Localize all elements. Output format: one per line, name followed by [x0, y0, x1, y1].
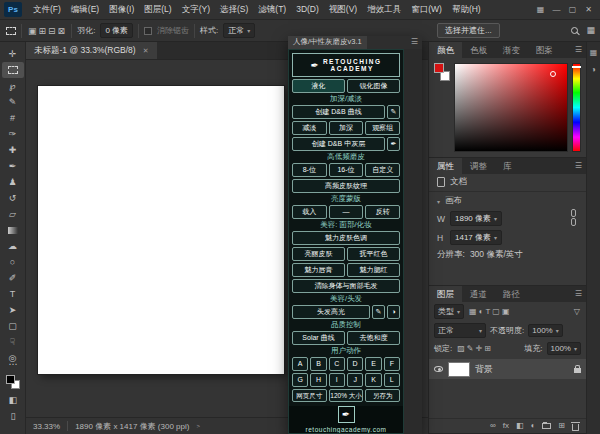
- tab-patterns[interactable]: 图案: [528, 42, 561, 58]
- fill-field[interactable]: 100%▾: [547, 342, 581, 355]
- healing-brush-tool[interactable]: ✚: [2, 142, 24, 158]
- panel-menu-icon[interactable]: ☰: [575, 289, 582, 298]
- menu-item[interactable]: 选择(S): [215, 2, 253, 18]
- visibility-eye-icon[interactable]: [434, 366, 443, 372]
- db-curves-brush-button[interactable]: ✎: [387, 105, 400, 119]
- sharpen-image-button[interactable]: 锐化图像: [347, 79, 400, 93]
- foreground-background-swatches[interactable]: [6, 375, 20, 389]
- lock-position-icon[interactable]: ✛: [475, 344, 484, 353]
- observe-group-button[interactable]: 观察组: [365, 121, 400, 135]
- panel-menu-icon[interactable]: ☰: [575, 45, 582, 54]
- filter-funnel-icon[interactable]: ▽: [573, 307, 581, 316]
- hand-tool[interactable]: ☟: [2, 334, 24, 350]
- hue-slider[interactable]: [572, 63, 581, 152]
- user-action-button[interactable]: C: [329, 357, 345, 371]
- menu-item[interactable]: 滤镜(T): [253, 2, 291, 18]
- crop-tool[interactable]: #: [2, 110, 24, 126]
- hue-slider-handle[interactable]: [572, 66, 581, 68]
- panel-menu-icon[interactable]: ☰: [575, 161, 582, 170]
- type-tool[interactable]: T: [2, 286, 24, 302]
- search-icon[interactable]: [571, 27, 578, 34]
- freq-8bit-button[interactable]: 8-位: [292, 163, 327, 177]
- new-selection-icon[interactable]: ▣: [27, 26, 38, 36]
- rectangular-marquee-tool[interactable]: [2, 62, 24, 78]
- tab-adjustments[interactable]: 调整: [462, 158, 495, 174]
- foreground-color-swatch[interactable]: [434, 63, 444, 73]
- menu-item[interactable]: 文字(Y): [177, 2, 215, 18]
- gradient-tool[interactable]: [2, 222, 24, 238]
- menu-item[interactable]: 文件(F): [28, 2, 66, 18]
- tab-swatches[interactable]: 色板: [462, 42, 495, 58]
- opacity-field[interactable]: 100%▾: [528, 324, 562, 337]
- style-select[interactable]: 正常▾: [223, 23, 255, 38]
- tab-libraries[interactable]: 库: [495, 158, 520, 174]
- brush-tool[interactable]: ✒: [2, 158, 24, 174]
- create-db-curves-button[interactable]: 创建 D&B 曲线: [292, 105, 385, 119]
- menu-item[interactable]: 增效工具: [362, 2, 406, 18]
- tab-layers[interactable]: 图层: [429, 286, 462, 302]
- menu-item[interactable]: 窗口(W): [406, 2, 447, 18]
- document-tab[interactable]: 未标题-1 @ 33.3%(RGB/8) ✕: [26, 42, 157, 59]
- history-brush-tool[interactable]: ↺: [2, 190, 24, 206]
- screen-mode-button[interactable]: ▯: [2, 408, 24, 424]
- user-action-button[interactable]: H: [310, 373, 326, 387]
- solar-curve-button[interactable]: Solar 曲线: [292, 331, 345, 345]
- lum-dash-button[interactable]: —: [329, 205, 364, 219]
- reduce-red-button[interactable]: 抚平红色: [347, 247, 400, 261]
- canvas[interactable]: [38, 86, 284, 374]
- user-action-button[interactable]: B: [310, 357, 326, 371]
- filter-smart-objects-icon[interactable]: ▣: [501, 307, 511, 316]
- hair-highlight-button[interactable]: 头发高光: [292, 305, 370, 319]
- menu-item[interactable]: 3D(D): [291, 2, 324, 18]
- menu-item[interactable]: 编辑(E): [66, 2, 104, 18]
- user-action-button[interactable]: L: [384, 373, 400, 387]
- freq-custom-button[interactable]: 自定义: [365, 163, 400, 177]
- tab-gradients[interactable]: 渐变: [495, 42, 528, 58]
- status-chevron-icon[interactable]: >: [196, 423, 200, 429]
- menu-item[interactable]: 图像(I): [104, 2, 139, 18]
- freq-16bit-button[interactable]: 16-位: [329, 163, 364, 177]
- size-120-button[interactable]: 120% 大小: [329, 389, 364, 402]
- blur-tool[interactable]: ☁: [2, 238, 24, 254]
- tab-properties[interactable]: 属性: [429, 158, 462, 174]
- adjustment-layer-icon[interactable]: ◐: [530, 422, 535, 430]
- layer-style-fx-icon[interactable]: fx: [503, 422, 509, 430]
- shape-tool[interactable]: ▢: [2, 318, 24, 334]
- user-action-button[interactable]: J: [347, 373, 363, 387]
- eraser-tool[interactable]: ▱: [2, 206, 24, 222]
- hair-tone-button[interactable]: ◑: [387, 305, 400, 319]
- close-icon[interactable]: ✕: [581, 5, 596, 14]
- lock-transparency-icon[interactable]: ▨: [456, 344, 466, 353]
- lock-pixels-icon[interactable]: ✎: [466, 344, 475, 353]
- web-size-button[interactable]: 网页尺寸: [292, 389, 327, 402]
- ra-panel-title[interactable]: 人像/中性灰磨皮v3.1: [288, 36, 367, 49]
- saturation-brightness-field[interactable]: [454, 63, 568, 152]
- ra-footer-url[interactable]: retouchingacademy.com: [306, 426, 387, 433]
- user-action-button[interactable]: D: [347, 357, 363, 371]
- collapse-icon[interactable]: ▾: [437, 198, 440, 205]
- tab-channels[interactable]: 通道: [462, 286, 495, 302]
- link-layers-icon[interactable]: ∞: [490, 422, 496, 430]
- blend-mode-select[interactable]: 正常▾: [434, 323, 486, 338]
- feather-input[interactable]: 0 像素: [100, 23, 133, 38]
- menu-item[interactable]: 视图(V): [324, 2, 362, 18]
- foreground-color-swatch[interactable]: [6, 375, 15, 384]
- lasso-tool[interactable]: ℘: [2, 78, 24, 94]
- create-db-gray-button[interactable]: 创建 D&B 中灰层: [292, 137, 385, 151]
- intersect-selection-icon[interactable]: ⊠: [57, 26, 67, 36]
- add-mask-icon[interactable]: ◧: [516, 422, 524, 430]
- save-as-button[interactable]: 另存为: [365, 389, 400, 402]
- lock-artboard-icon[interactable]: ⊞: [483, 344, 492, 353]
- color-cursor[interactable]: [550, 71, 556, 77]
- user-action-button[interactable]: K: [365, 373, 381, 387]
- path-selection-tool[interactable]: ➤: [2, 302, 24, 318]
- panel-menu-icon[interactable]: ☰: [407, 36, 422, 49]
- user-action-button[interactable]: E: [365, 357, 381, 371]
- burn-button[interactable]: 加深: [329, 121, 364, 135]
- width-field[interactable]: 1890 像素▾: [450, 211, 502, 226]
- lum-load-button[interactable]: 载入: [292, 205, 327, 219]
- quick-selection-tool[interactable]: ✎: [2, 94, 24, 110]
- db-gray-brush-button[interactable]: ✒: [387, 137, 400, 151]
- new-layer-icon[interactable]: ⊞: [558, 422, 565, 430]
- menu-item[interactable]: 图层(L): [139, 2, 176, 18]
